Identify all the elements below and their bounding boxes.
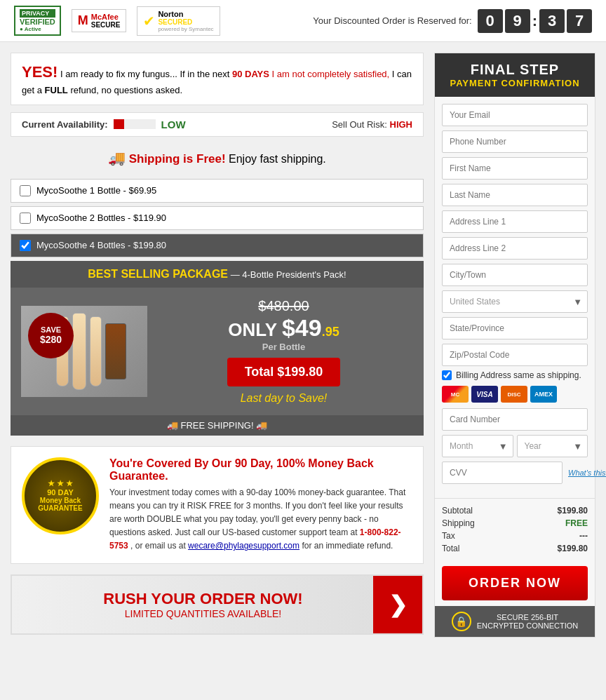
address2-input[interactable] (442, 237, 588, 260)
secure-section: 🔒 SECURE 256-BIT ENCRYPTED CONNECTION (435, 606, 595, 637)
product-checkbox-1[interactable] (20, 185, 31, 196)
yes-text4: refund, no questions asked. (70, 85, 182, 95)
rush-arrow-icon (373, 576, 422, 633)
tax-label: Tax (442, 531, 455, 541)
yes-full: FULL (45, 85, 68, 95)
subtotal-value: $199.80 (558, 506, 588, 516)
mcafee-secure: SECURE (91, 21, 121, 29)
mcafee-badge: M McAfee SECURE (72, 9, 127, 32)
rush-order-banner[interactable]: RUSH YOUR ORDER NOW! LIMITED QUANTITIES … (11, 574, 424, 635)
only-price-label: ONLY $49.95 Per Bottle (154, 314, 413, 352)
month-select-wrap: Month 0102 0304 0506 0708 0910 1112 ▼ (442, 435, 513, 457)
main-layout: YES! I am ready to fix my fungus... If i… (0, 42, 606, 648)
badge-days: 90 DAY (47, 488, 74, 497)
city-input[interactable] (442, 264, 588, 286)
cvv-input[interactable] (442, 462, 563, 484)
timer-d1: 0 (478, 9, 503, 33)
privacy-badge-top: PRIVACY (20, 9, 55, 18)
last-name-input[interactable] (442, 184, 588, 206)
month-select[interactable]: Month 0102 0304 0506 0708 0910 1112 (442, 435, 513, 457)
zip-input[interactable] (442, 344, 588, 366)
phone-input[interactable] (442, 130, 588, 153)
per-bottle: Per Bottle (154, 342, 413, 352)
privacy-badge-active: ● Active (20, 26, 55, 32)
total-price-button[interactable]: Total $199.80 (227, 358, 341, 386)
subtotal-label: Subtotal (442, 506, 473, 516)
product-option-3[interactable]: MycoSoothe 4 Bottles - $199.80 (11, 234, 424, 257)
address1-input[interactable] (442, 210, 588, 233)
avail-bar (114, 119, 156, 129)
whats-this-link[interactable]: What's this? (568, 469, 606, 477)
timer-label: Your Discounted Order is Reserved for: (313, 15, 471, 26)
package-highlight: BEST SELLING PACKAGE — 4-Bottle Presiden… (11, 261, 424, 288)
guarantee-title: You're Covered By Our 90 Day, 100% Money… (109, 457, 412, 483)
timer-colon1: : (532, 12, 537, 30)
visa-icon: VISA (471, 386, 498, 403)
state-input[interactable] (442, 317, 588, 339)
original-price: $480.00 (154, 298, 413, 314)
free-shipping-bar: 🚚 FREE SHIPPING! 🚚 (11, 415, 424, 436)
product-option-2[interactable]: MycoSoothe 2 Bottles - $119.90 (11, 206, 424, 230)
total-price-label: Total $199.80 (245, 365, 323, 379)
mastercard-icon: MC (442, 386, 469, 403)
total-row: Total $199.80 (442, 542, 588, 555)
norton-powered: powered by Symantec (158, 26, 213, 32)
country-select[interactable]: United States (442, 290, 588, 313)
yes-days: 90 DAYS (232, 69, 269, 79)
timer-d4: 7 (567, 9, 592, 33)
free-shipping-label: FREE SHIPPING! (180, 420, 253, 431)
guarantee-body: Your investment today comes with a 90-da… (109, 486, 412, 553)
only-label: ONLY (228, 319, 276, 340)
package-dash: — (231, 269, 240, 280)
guarantee-badge: ★ ★ ★ 90 DAY Money Back GUARANTEE (22, 457, 99, 534)
year-select[interactable]: Year 20242025 20262027 20282029 (517, 435, 588, 457)
right-column: FINAL STEP PAYMENT CONFIRMATION United S… (434, 53, 595, 638)
guarantee-section: ★ ★ ★ 90 DAY Money Back GUARANTEE You're… (11, 446, 424, 565)
sell-out-label: Sell Out Risk: (332, 119, 387, 130)
truck-icon-3: 🚚 (256, 420, 267, 431)
order-summary: Subtotal $199.80 Shipping FREE Tax --- T… (435, 498, 595, 560)
email-input[interactable] (442, 104, 588, 126)
product-checkbox-3[interactable] (20, 240, 31, 251)
badge-stars: ★ ★ ★ (48, 479, 73, 488)
save-badge: SAVE $280 (28, 313, 74, 358)
save-amount: $280 (40, 334, 62, 345)
norton-secured: SECURED (158, 18, 213, 26)
guarantee-text3: for an immediate refund. (302, 541, 393, 551)
timer-d3: 3 (539, 9, 565, 33)
product-option-1[interactable]: MycoSoothe 1 Bottle - $69.95 (11, 179, 424, 203)
billing-checkbox[interactable] (442, 370, 452, 380)
first-name-input[interactable] (442, 157, 588, 180)
truck-icon: 🚚 (108, 150, 126, 166)
last-day-text: Last day to Save! (154, 392, 413, 405)
discover-icon: DISC (501, 386, 527, 403)
guarantee-text: You're Covered By Our 90 Day, 100% Money… (109, 457, 412, 553)
shipping-enjoy: Enjoy fast shipping. (229, 153, 326, 165)
lock-icon: 🔒 (452, 612, 471, 631)
best-selling-label: BEST SELLING PACKAGE (88, 268, 228, 280)
save-line1: SAVE (41, 325, 61, 334)
card-number-input[interactable] (442, 408, 588, 431)
norton-badge: ✔ Norton SECURED powered by Symantec (137, 6, 220, 36)
avail-left: Current Availability: LOW (22, 119, 186, 130)
yes-banner: YES! I am ready to fix my fungus... If i… (11, 53, 424, 105)
total-label: Total (442, 544, 459, 553)
price-main: $49 (282, 314, 322, 341)
price-cents: .95 (322, 325, 339, 339)
guarantee-text2: , or email us at (130, 541, 186, 551)
order-now-button[interactable]: ORDER NOW (442, 566, 588, 600)
tax-value: --- (579, 531, 588, 541)
avail-bar-fill (114, 119, 124, 129)
product-checkbox-2[interactable] (20, 213, 31, 224)
yes-text2: I am not completely satisfied, (272, 69, 390, 79)
avail-right: Sell Out Risk: HIGH (332, 119, 412, 130)
badge-money: Money Back (40, 497, 81, 504)
guarantee-email[interactable]: wecare@phylagesupport.com (188, 541, 299, 551)
rush-title: RUSH YOUR ORDER NOW! (26, 590, 380, 608)
timer-d2: 9 (505, 9, 530, 33)
month-year-row: Month 0102 0304 0506 0708 0910 1112 ▼ Ye… (442, 435, 588, 457)
mcafee-label: McAfee (91, 13, 121, 21)
payment-form: United States ▼ Billing Address same as … (435, 97, 595, 498)
privacy-badge-verified: VERIFIED (20, 18, 55, 26)
shipping-summary-label: Shipping (442, 518, 475, 528)
